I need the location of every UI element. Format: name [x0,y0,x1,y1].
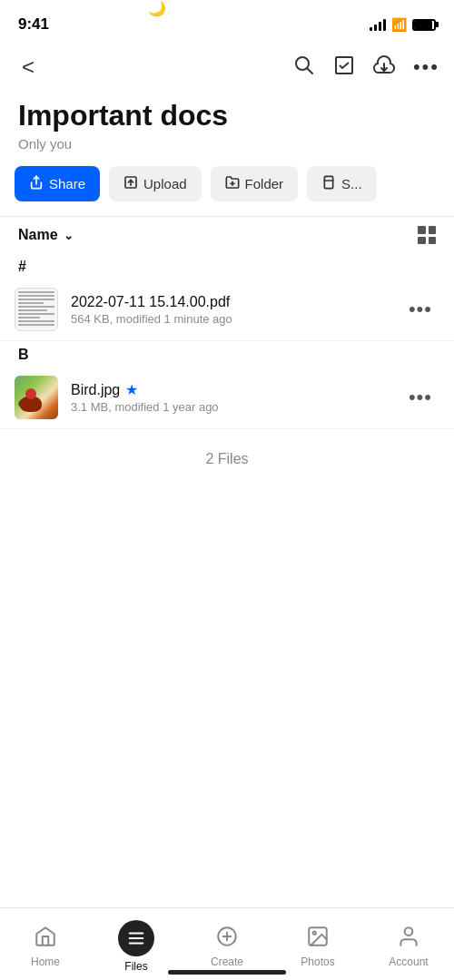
page-subtitle: Only you [18,136,436,152]
file-count: 2 Files [0,429,454,489]
section-letter-hash: # [0,253,454,279]
search-icon[interactable] [293,54,315,80]
scan-button[interactable]: S... [307,166,377,201]
home-icon [34,925,57,952]
file-name: Bird.jpg ★ [71,381,401,398]
nav-action-icons: ••• [293,54,439,80]
file-name: 2022-07-11 15.14.00.pdf [71,294,401,310]
star-icon: ★ [125,381,138,398]
back-button[interactable]: < [15,51,42,83]
upload-icon [123,175,138,192]
share-icon [29,175,44,192]
chevron-down-icon: ⌄ [64,229,74,242]
photos-icon [306,925,330,952]
bottom-navigation: Home Files Create [0,907,454,980]
wifi-icon: 📶 [391,17,407,32]
folder-icon [225,175,240,192]
svg-line-1 [307,68,312,74]
nav-item-account[interactable]: Account [363,925,454,968]
share-label: Share [49,176,85,191]
nav-label-photos: Photos [301,956,334,968]
top-navigation: < ••• [0,44,454,91]
scan-icon [321,175,336,192]
sort-label: Name [18,227,58,243]
file-meta: 564 KB, modified 1 minute ago [71,312,401,326]
nav-label-account: Account [389,956,428,968]
section-letter-b: B [0,341,454,367]
nav-item-home[interactable]: Home [0,925,91,968]
file-thumbnail-pdf [15,288,58,331]
svg-rect-9 [324,177,332,189]
file-meta: 3.1 MB, modified 1 year ago [71,400,401,414]
file-more-options[interactable]: ••• [401,294,439,325]
page-title: Important docs [18,98,436,132]
page-header: Important docs Only you [0,91,454,166]
svg-point-19 [405,927,413,936]
list-header: Name ⌄ [0,216,454,253]
status-time: 9:41 [18,15,49,34]
files-active-indicator [118,920,154,956]
svg-point-18 [313,931,316,934]
status-icons: 📶 [370,17,436,32]
nav-label-files: Files [124,960,147,973]
more-options-icon[interactable]: ••• [413,55,439,79]
file-info: 2022-07-11 15.14.00.pdf 564 KB, modified… [71,294,401,326]
battery-icon [412,19,436,31]
scan-label: S... [341,176,362,191]
upload-button[interactable]: Upload [109,166,202,201]
status-bar: 9:41 🌙 📶 [0,0,454,44]
share-button[interactable]: Share [15,166,100,201]
folder-button[interactable]: Folder [211,166,299,201]
home-indicator [168,970,286,975]
nav-label-create: Create [211,956,243,968]
select-icon[interactable] [333,54,355,80]
create-icon [215,925,239,952]
file-thumbnail-bird [15,376,58,419]
grid-view-icon[interactable] [418,226,436,244]
signal-icon [370,18,386,31]
nav-label-home: Home [31,956,60,968]
sort-button[interactable]: Name ⌄ [18,227,74,243]
action-buttons-row: Share Upload Folder [0,166,454,216]
file-more-options[interactable]: ••• [401,382,439,413]
nav-item-create[interactable]: Create [182,925,272,968]
upload-label: Upload [143,176,187,191]
moon-icon: 🌙 [148,0,166,17]
cloud-download-icon[interactable] [373,54,395,80]
nav-item-files[interactable]: Files [91,920,182,973]
account-icon [397,925,420,952]
folder-label: Folder [245,176,284,191]
nav-item-photos[interactable]: Photos [272,925,363,968]
file-info: Bird.jpg ★ 3.1 MB, modified 1 year ago [71,381,401,414]
list-item[interactable]: 2022-07-11 15.14.00.pdf 564 KB, modified… [0,279,454,341]
list-item[interactable]: Bird.jpg ★ 3.1 MB, modified 1 year ago •… [0,367,454,429]
